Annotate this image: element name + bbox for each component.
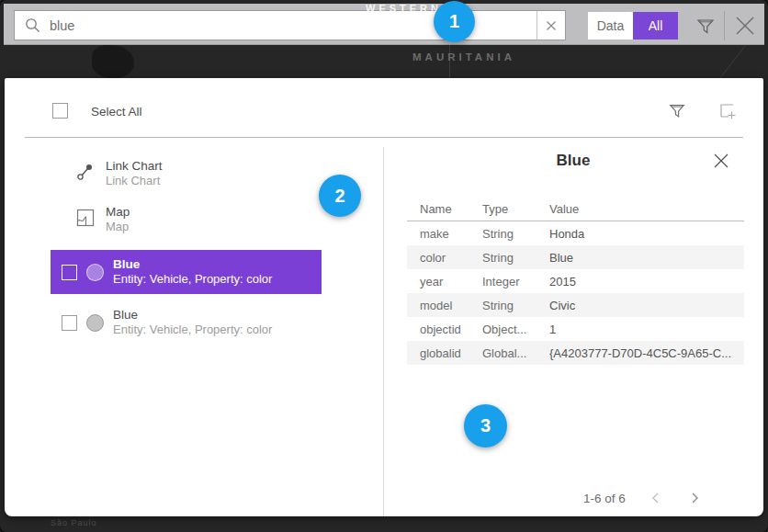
chevron-left-icon — [649, 492, 662, 504]
result-subtitle: Entity: Vehicle, Property: color — [113, 272, 272, 287]
attr-value: Honda — [549, 227, 744, 241]
result-item-blue[interactable]: Blue Entity: Vehicle, Property: color — [51, 300, 322, 345]
attr-type: String — [482, 251, 549, 265]
scope-all-button[interactable]: All — [633, 12, 678, 40]
map-label-western: WESTERN — [366, 3, 442, 14]
search-icon — [25, 17, 40, 33]
attr-type: String — [482, 299, 549, 312]
map-label-city: São Paulo — [51, 518, 97, 527]
pagination: 1-6 of 6 — [583, 490, 703, 506]
result-title: Map — [106, 205, 130, 220]
attr-type: String — [482, 227, 549, 241]
close-icon — [713, 153, 729, 169]
attr-value: 1 — [549, 323, 744, 336]
add-selection-button[interactable] — [717, 101, 738, 121]
table-row: make String Honda — [407, 221, 744, 245]
attr-value: {A4203777-D70D-4C5C-9A65-C... — [549, 346, 744, 360]
detail-panel-title: Blue — [383, 152, 763, 170]
table-row: globalid Global... {A4203777-D70D-4C5C-9… — [407, 341, 744, 365]
clear-search-button[interactable] — [536, 11, 565, 40]
add-selection-icon — [717, 101, 738, 121]
results-filter-button[interactable] — [667, 101, 687, 121]
map-icon — [76, 209, 95, 231]
attr-value: 2015 — [549, 275, 744, 289]
result-checkbox[interactable] — [62, 265, 77, 280]
close-search-button[interactable] — [731, 12, 759, 40]
search-scope-toggle: Data All — [588, 12, 678, 40]
filter-icon — [667, 101, 687, 121]
callout-2: 2 — [319, 175, 361, 217]
result-title: Link Chart — [106, 159, 163, 174]
column-header: Value — [549, 202, 744, 216]
attr-name: globalid — [420, 346, 482, 360]
attr-type: Global... — [482, 346, 549, 360]
select-all-checkbox[interactable] — [52, 103, 68, 119]
panel-split-divider — [383, 147, 384, 516]
filter-button[interactable] — [695, 16, 717, 38]
attr-name: make — [420, 227, 482, 241]
attr-type: Integer — [482, 275, 549, 289]
table-row: year Integer 2015 — [407, 269, 744, 293]
search-results-panel: Select All Link Chart Link Chart — [5, 78, 763, 516]
column-header: Type — [482, 202, 549, 216]
result-title: Blue — [113, 308, 272, 323]
result-item-blue-selected[interactable]: Blue Entity: Vehicle, Property: color — [51, 250, 322, 294]
toolbar-divider — [724, 11, 725, 40]
table-row: objectid Object... 1 — [407, 317, 744, 341]
map-landmass — [92, 45, 134, 78]
result-subtitle: Link Chart — [106, 174, 163, 188]
table-row: model String Civic — [407, 293, 744, 317]
clear-icon — [546, 20, 557, 31]
panel-header-divider — [25, 137, 743, 138]
attr-value: Civic — [549, 299, 744, 312]
result-checkbox[interactable] — [62, 315, 77, 331]
app-window: WESTERN MAURITANIA São Paulo blue Data A… — [0, 0, 768, 532]
attr-type: Object... — [482, 323, 549, 336]
select-all-label: Select All — [91, 105, 142, 119]
filter-icon — [695, 16, 717, 38]
next-page-button[interactable] — [686, 490, 703, 506]
table-row: color String Blue — [407, 245, 744, 269]
close-icon — [731, 12, 759, 40]
detail-close-button[interactable] — [713, 153, 731, 171]
attr-name: color — [420, 251, 482, 265]
previous-page-button[interactable] — [648, 490, 664, 506]
callout-3: 3 — [464, 404, 507, 447]
chevron-right-icon — [688, 492, 701, 504]
result-item-link-chart[interactable]: Link Chart Link Chart — [51, 159, 326, 188]
result-title: Blue — [113, 257, 272, 272]
attribute-table: Name Type Value make String Honda color … — [407, 198, 744, 365]
entity-circle-icon — [86, 314, 104, 332]
scope-data-button[interactable]: Data — [588, 12, 633, 40]
attr-name: objectid — [420, 323, 482, 336]
entity-circle-icon — [86, 264, 104, 281]
result-item-map[interactable]: Map Map — [51, 205, 326, 234]
attr-name: year — [420, 275, 482, 289]
attr-name: model — [420, 299, 482, 312]
callout-1: 1 — [434, 1, 475, 42]
map-label-mauritania: MAURITANIA — [412, 51, 515, 62]
pagination-label: 1-6 of 6 — [583, 492, 626, 505]
attr-value: Blue — [549, 251, 744, 265]
link-chart-icon — [76, 163, 95, 185]
search-input[interactable]: blue — [14, 10, 566, 40]
column-header: Name — [420, 202, 482, 216]
attribute-table-header: Name Type Value — [407, 198, 744, 221]
result-subtitle: Entity: Vehicle, Property: color — [113, 323, 272, 337]
result-subtitle: Map — [106, 220, 130, 234]
